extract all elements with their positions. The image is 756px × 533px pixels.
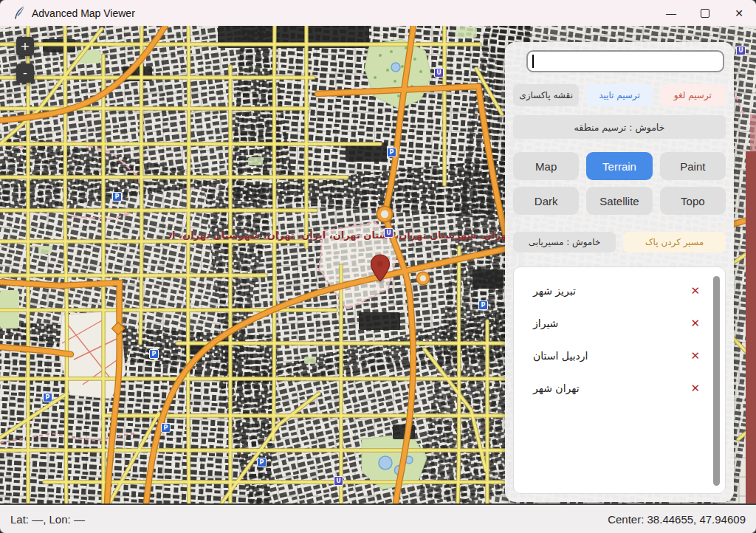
clear-map-button[interactable]: نقشه پاکسازی (513, 84, 579, 106)
clear-route-button[interactable]: مسیر کردن پاک (623, 232, 726, 252)
parking-icon: P (149, 349, 159, 359)
parking-icon: P (43, 393, 52, 402)
status-bar: Lat: —, Lon: — Center: 38.44655, 47.9460… (0, 503, 756, 533)
zoom-controls: + - (16, 37, 34, 83)
maximize-icon (701, 9, 709, 18)
search-input-wrap (526, 50, 724, 72)
confirm-draw-button[interactable]: ترسیم تایید (586, 84, 652, 106)
parking-icon: P (161, 423, 171, 433)
draw-region-status: خاموش : ترسیم منطقه (513, 115, 726, 139)
text-caret (532, 55, 534, 68)
scrollbar-thumb[interactable] (713, 276, 720, 486)
places-list: تبریز شهر ✕ شیراز ✕ اردبیل استان ✕ تهران… (513, 266, 726, 494)
style-topo-button[interactable]: Topo (660, 187, 726, 215)
parking-icon: P (387, 148, 396, 157)
draw-buttons-row: نقشه پاکسازی ترسیم تایید ترسیم لغو (513, 84, 726, 106)
place-name: شیراز (533, 317, 558, 329)
zoom-in-button[interactable]: + (16, 37, 34, 56)
window-controls: — ✕ (654, 0, 756, 26)
metro-icon: U (384, 228, 394, 238)
title-bar: Advanced Map Viewer — ✕ (0, 0, 756, 26)
place-row[interactable]: تهران شهر ✕ (514, 372, 725, 405)
place-name: تهران شهر (533, 382, 580, 394)
map-marker-pin (370, 254, 391, 283)
style-satellite-button[interactable]: Satellite (586, 187, 652, 215)
map-area: تهران، شهرستان تهران، استان تهران، ایران… (0, 26, 756, 503)
place-name: اردبیل استان (533, 350, 588, 362)
zoom-out-button[interactable]: - (16, 63, 34, 83)
place-row[interactable]: اردبیل استان ✕ (514, 340, 725, 372)
parking-icon: P (478, 300, 488, 310)
routing-buttons-row: خاموش : مسیریابی مسیر کردن پاک (513, 232, 726, 252)
metro-icon: U (434, 68, 444, 78)
style-map-button[interactable]: Map (513, 152, 579, 180)
place-row[interactable]: تبریز شهر ✕ (514, 275, 725, 307)
map-style-buttons: Map Terrain Paint Dark Satellite Topo (513, 152, 726, 215)
parking-icon: P (112, 192, 122, 202)
place-row[interactable]: شیراز ✕ (514, 307, 725, 340)
cancel-draw-button[interactable]: ترسیم لغو (660, 84, 726, 106)
sidebar-panel: نقشه پاکسازی ترسیم تایید ترسیم لغو خاموش… (505, 42, 734, 502)
style-paint-button[interactable]: Paint (660, 152, 726, 180)
close-button[interactable]: ✕ (722, 0, 756, 26)
cursor-latlon-label: Lat: —, Lon: — (10, 513, 85, 526)
search-input[interactable] (526, 50, 724, 72)
delete-place-button[interactable]: ✕ (690, 349, 700, 362)
style-terrain-button[interactable]: Terrain (586, 152, 652, 180)
delete-place-button[interactable]: ✕ (690, 382, 700, 395)
place-name: تبریز شهر (533, 285, 576, 297)
delete-place-button[interactable]: ✕ (690, 317, 700, 330)
maximize-button[interactable] (688, 0, 722, 26)
app-window: Advanced Map Viewer — ✕ (0, 0, 756, 533)
map-place-label: تهران، شهرستان تهران، استان تهران، ایران… (168, 230, 511, 244)
map-center-label: Center: 38.44655, 47.94609 (608, 513, 746, 526)
style-dark-button[interactable]: Dark (513, 187, 579, 215)
routing-toggle-button[interactable]: خاموش : مسیریابی (513, 232, 616, 252)
feather-app-icon (14, 6, 25, 21)
metro-icon: U (736, 46, 746, 55)
parking-icon: P (257, 458, 267, 467)
metro-icon: U (334, 476, 343, 486)
window-title: Advanced Map Viewer (32, 7, 135, 19)
delete-place-button[interactable]: ✕ (690, 284, 700, 298)
minimize-button[interactable]: — (654, 0, 688, 26)
